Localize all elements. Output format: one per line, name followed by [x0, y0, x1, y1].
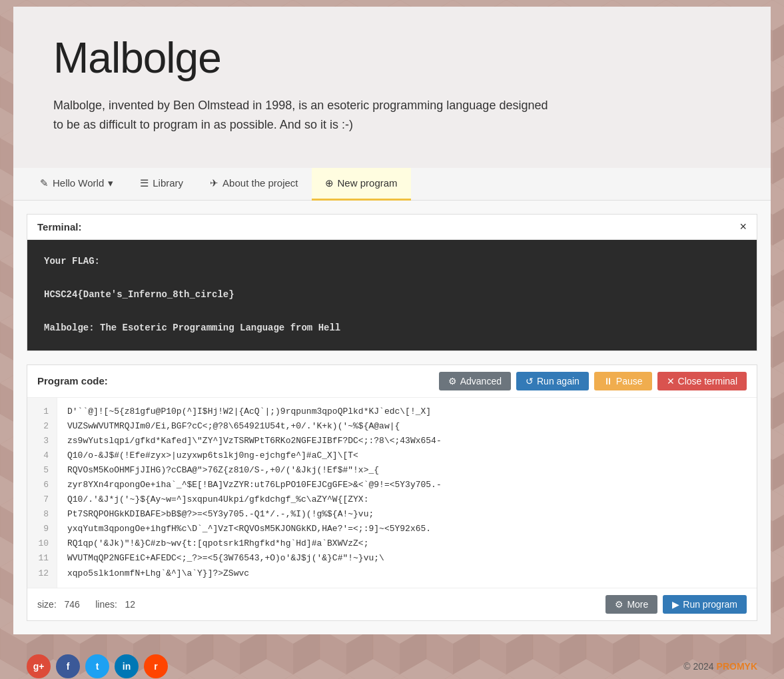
- tab-library[interactable]: ☰ Library: [127, 168, 196, 201]
- run-again-button-label: Run again: [537, 376, 580, 386]
- program-code-section: Program code: ⚙ Advanced ↺ Run again ⏸ P…: [27, 364, 757, 621]
- content-area: Terminal: × Your FLAG: HCSC24{Dante's_In…: [13, 201, 771, 634]
- tab-about[interactable]: ✈ About the project: [196, 168, 311, 201]
- more-button[interactable]: ⚙ More: [605, 595, 657, 614]
- list-icon: ☰: [140, 177, 149, 189]
- brand-link[interactable]: PROMYK: [717, 661, 757, 672]
- social-footer: g+ f t in r © 2024 PROMYK: [13, 641, 771, 679]
- lines-label: lines:: [95, 599, 117, 610]
- gear-icon: ⚙: [448, 376, 457, 386]
- lines-number: 12: [125, 599, 136, 610]
- tab-hello-world[interactable]: ✎ Hello World ▾: [27, 168, 127, 201]
- terminal-label: Terminal:: [37, 221, 81, 233]
- size-value: [59, 599, 62, 610]
- edit-icon: ✎: [40, 177, 49, 189]
- footer-buttons: ⚙ More ▶ Run program: [605, 595, 747, 614]
- play-icon: ▶: [672, 599, 679, 610]
- program-code-header: Program code: ⚙ Advanced ↺ Run again ⏸ P…: [27, 365, 757, 398]
- page-description: Malbolge, invented by Ben Olmstead in 19…: [53, 96, 553, 135]
- terminal-header: Terminal: ×: [27, 215, 757, 240]
- close-terminal-button[interactable]: ✕ Close terminal: [657, 372, 747, 390]
- code-footer: size: 746 lines: 12 ⚙ More ▶ Run: [27, 588, 757, 620]
- terminal-container: Terminal: × Your FLAG: HCSC24{Dante's_In…: [27, 214, 757, 351]
- social-gplus-button[interactable]: g+: [27, 654, 51, 678]
- run-program-button[interactable]: ▶ Run program: [663, 595, 747, 614]
- page-title: Malbolge: [53, 33, 731, 83]
- terminal-line-3: HCSC24{Dante's_Inferno_8th_circle}: [44, 287, 740, 303]
- copyright-text: © 2024: [683, 661, 713, 672]
- run-program-button-label: Run program: [683, 599, 737, 610]
- terminal-body: Your FLAG: HCSC24{Dante's_Inferno_8th_ci…: [27, 240, 757, 350]
- pause-button[interactable]: ⏸ Pause: [594, 372, 652, 390]
- close-terminal-button-label: Close terminal: [678, 376, 737, 386]
- tab-bar: ✎ Hello World ▾ ☰ Library ✈ About the pr…: [13, 168, 771, 201]
- pause-button-label: Pause: [616, 376, 643, 386]
- dropdown-icon: ▾: [108, 177, 113, 189]
- social-reddit-button[interactable]: r: [144, 654, 168, 678]
- settings-icon: ⚙: [615, 599, 623, 610]
- terminal-close-button[interactable]: ×: [739, 220, 747, 234]
- lines-label-text: [83, 599, 93, 610]
- size-number: 746: [64, 599, 79, 610]
- refresh-icon: ↺: [526, 376, 534, 386]
- tab-library-label: Library: [153, 177, 183, 189]
- plus-circle-icon: ⊕: [325, 177, 334, 189]
- advanced-button[interactable]: ⚙ Advanced: [439, 372, 511, 390]
- program-code-label: Program code:: [37, 375, 108, 386]
- more-button-label: More: [627, 599, 648, 610]
- code-content[interactable]: D'``@]![~5{z81gfu@P10p(^]I$Hj!W2|{AcQ`|;…: [57, 398, 757, 588]
- tab-new-program[interactable]: ⊕ New program: [312, 168, 411, 201]
- tab-about-label: About the project: [222, 177, 298, 189]
- tab-hello-world-label: Hello World: [53, 177, 104, 189]
- pause-icon: ⏸: [603, 376, 613, 386]
- terminal-line-2: [44, 270, 740, 287]
- plane-icon: ✈: [210, 177, 218, 189]
- tab-new-program-label: New program: [338, 177, 398, 189]
- run-again-button[interactable]: ↺ Run again: [516, 372, 589, 390]
- advanced-button-label: Advanced: [460, 376, 502, 386]
- header-section: Malbolge Malbolge, invented by Ben Olmst…: [13, 7, 771, 201]
- size-label: size:: [37, 599, 57, 610]
- line-numbers: 123456 789101112: [27, 398, 57, 588]
- terminal-line-5: Malbolge: The Esoteric Programming Langu…: [44, 320, 740, 337]
- terminal-line-4: [44, 303, 740, 320]
- social-icons: g+ f t in r: [27, 654, 168, 678]
- social-twitter-button[interactable]: t: [85, 654, 109, 678]
- lines-value: [120, 599, 123, 610]
- code-area: 123456 789101112 D'``@]![~5{z81gfu@P10p(…: [27, 398, 757, 588]
- times-icon: ✕: [667, 376, 675, 386]
- copyright: © 2024 PROMYK: [683, 661, 757, 672]
- code-header-buttons: ⚙ Advanced ↺ Run again ⏸ Pause ✕ Close t…: [439, 372, 747, 390]
- social-facebook-button[interactable]: f: [56, 654, 80, 678]
- terminal-line-1: Your FLAG:: [44, 253, 740, 270]
- social-linkedin-button[interactable]: in: [115, 654, 139, 678]
- code-meta: size: 746 lines: 12: [37, 599, 135, 610]
